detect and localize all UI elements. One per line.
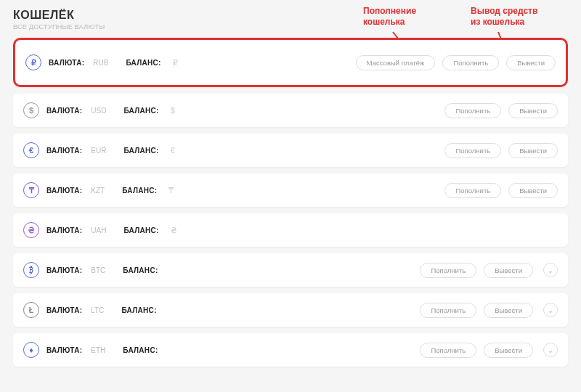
balance-symbol: € [171, 146, 175, 155]
withdraw-button[interactable]: Вывести [484, 263, 533, 278]
page-title: КОШЕЛЁК [13, 9, 568, 22]
currency-code: USD [91, 107, 106, 115]
withdraw-button[interactable]: Вывести [508, 103, 558, 118]
deposit-button[interactable]: Пополнить [444, 103, 501, 118]
currency-code: UAH [91, 226, 106, 234]
balance-label: БАЛАНС: [123, 266, 158, 274]
balance-label: БАЛАНС: [121, 306, 156, 314]
currency-label: ВАЛЮТА: [46, 306, 82, 314]
currency-label: ВАЛЮТА: [46, 187, 82, 195]
wallet-row-eth: ♦ВАЛЮТА:ETHБАЛАНС:ПополнитьВывести⌄ [13, 333, 568, 367]
currency-code: BTC [91, 266, 105, 274]
withdraw-button[interactable]: Вывести [484, 343, 533, 358]
chevron-down-icon[interactable]: ⌄ [543, 343, 558, 357]
balance-label: БАЛАНС: [126, 59, 161, 67]
wallet-row-ltc: ŁВАЛЮТА:LTCБАЛАНС:ПополнитьВывести⌄ [13, 293, 568, 327]
balance-label: БАЛАНС: [123, 147, 158, 155]
balance-label: БАЛАНС: [123, 226, 158, 234]
currency-code: ETH [91, 346, 105, 354]
page-subtitle: ВСЕ ДОСТУПНЫЕ ВАЛЮТЫ [13, 23, 568, 30]
currency-label: ВАЛЮТА: [46, 107, 82, 115]
currency-icon: $ [23, 102, 39, 118]
currency-icon: ₴ [23, 222, 39, 238]
withdraw-button[interactable]: Вывести [484, 303, 533, 318]
currency-icon: € [23, 142, 39, 158]
currency-label: ВАЛЮТА: [49, 59, 84, 67]
deposit-button[interactable]: Пополнить [442, 55, 499, 70]
deposit-button[interactable]: Пополнить [420, 263, 476, 278]
currency-icon: ₽ [25, 54, 41, 70]
balance-label: БАЛАНС: [123, 346, 158, 354]
wallet-row-rub: ₽ВАЛЮТА:RUBБАЛАНС:₽Массовый платёжПополн… [13, 38, 568, 87]
currency-label: ВАЛЮТА: [46, 147, 82, 155]
balance-label: БАЛАНС: [123, 107, 158, 115]
withdraw-button[interactable]: Вывести [508, 183, 558, 198]
deposit-button[interactable]: Пополнить [420, 303, 476, 318]
balance-symbol: ₽ [173, 58, 178, 68]
wallet-row-uah: ₴ВАЛЮТА:UAHБАЛАНС:₴ [13, 213, 568, 247]
deposit-button[interactable]: Пополнить [444, 183, 501, 198]
balance-symbol: ₴ [171, 226, 177, 235]
chevron-down-icon[interactable]: ⌄ [543, 263, 558, 277]
wallet-row-eur: €ВАЛЮТА:EURБАЛАНС:€ПополнитьВывести [13, 134, 568, 167]
currency-label: ВАЛЮТА: [46, 266, 82, 274]
currency-icon: ₸ [23, 182, 39, 198]
currency-code: RUB [93, 59, 108, 67]
chevron-down-icon[interactable]: ⌄ [543, 303, 558, 317]
currency-code: EUR [91, 147, 106, 155]
currency-label: ВАЛЮТА: [46, 346, 82, 354]
page-header: КОШЕЛЁК ВСЕ ДОСТУПНЫЕ ВАЛЮТЫ [13, 9, 568, 30]
balance-label: БАЛАНС: [122, 187, 157, 195]
withdraw-button[interactable]: Вывести [506, 55, 556, 70]
deposit-button[interactable]: Пополнить [444, 143, 501, 158]
deposit-button[interactable]: Пополнить [420, 343, 476, 358]
currency-code: KZT [91, 187, 105, 195]
mass-payment-button[interactable]: Массовый платёж [356, 55, 436, 70]
currency-label: ВАЛЮТА: [46, 226, 82, 234]
currency-icon: Ł [23, 302, 39, 318]
wallet-row-btc: ₿ВАЛЮТА:BTCБАЛАНС:ПополнитьВывести⌄ [13, 253, 568, 287]
balance-symbol: $ [171, 106, 175, 115]
currency-code: LTC [91, 306, 104, 314]
wallet-row-kzt: ₸ВАЛЮТА:KZTБАЛАНС:₸ПополнитьВывести [13, 173, 568, 207]
currency-icon: ₿ [23, 262, 39, 278]
currency-icon: ♦ [23, 342, 39, 358]
wallet-row-usd: $ВАЛЮТА:USDБАЛАНС:$ПополнитьВывести [13, 94, 568, 127]
balance-symbol: ₸ [168, 186, 174, 195]
withdraw-button[interactable]: Вывести [508, 143, 558, 158]
